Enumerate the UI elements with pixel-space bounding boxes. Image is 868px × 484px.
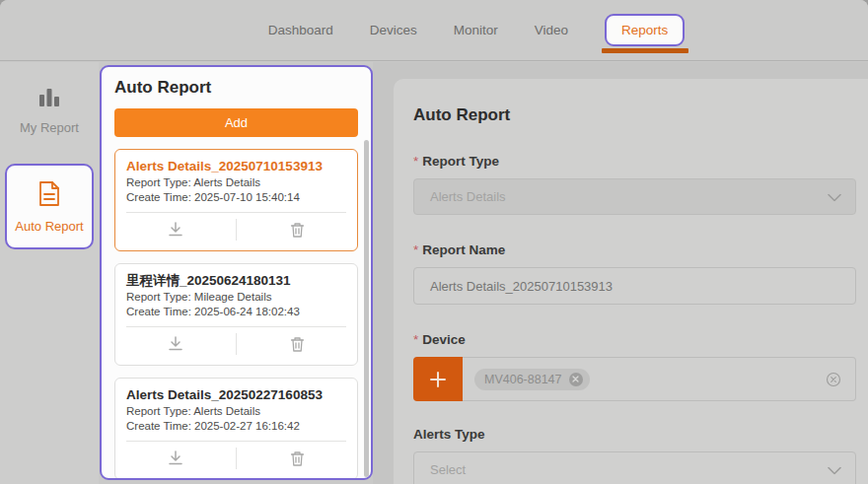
- auto-report-list-panel: Auto Report Add Alerts Details_202507101…: [100, 65, 373, 480]
- field-report-type: *Report Type Alerts Details: [413, 153, 856, 215]
- nav-tab-video[interactable]: Video: [535, 23, 568, 37]
- report-card-create-time: Create Time: 2025-07-10 15:40:14: [126, 190, 346, 205]
- nav-tab-devices[interactable]: Devices: [370, 23, 417, 37]
- alerts-type-select[interactable]: Select: [413, 451, 856, 484]
- report-sidebar: My Report Auto Report: [0, 62, 99, 484]
- download-report-button[interactable]: [115, 213, 236, 245]
- auto-report-form: Auto Report *Report Type Alerts Details …: [394, 79, 868, 484]
- nav-tab-reports-label: Reports: [621, 23, 668, 37]
- bar-chart-icon: [36, 88, 62, 110]
- report-card-title: 里程详情_20250624180131: [126, 272, 346, 290]
- trash-icon: [290, 450, 305, 466]
- report-card[interactable]: Alerts Details_20250710153913 Report Typ…: [114, 149, 358, 251]
- report-card-title: Alerts Details_20250227160853: [126, 386, 346, 404]
- nav-tabs: Dashboard Devices Monitor Video Reports: [42, 0, 868, 60]
- report-type-label: *Report Type: [413, 153, 856, 170]
- field-device: *Device MV406-88147: [413, 331, 856, 401]
- report-type-select[interactable]: Alerts Details: [413, 178, 856, 215]
- trash-icon: [290, 336, 305, 352]
- document-icon: [37, 180, 61, 211]
- plus-icon: [429, 371, 447, 388]
- alerts-type-placeholder: Select: [430, 462, 466, 477]
- report-name-label: *Report Name: [413, 242, 856, 258]
- delete-report-button[interactable]: [237, 213, 357, 245]
- download-report-button[interactable]: [115, 327, 236, 360]
- panel-title: Auto Report: [114, 77, 358, 99]
- chevron-down-icon: [828, 462, 841, 477]
- form-title: Auto Report: [413, 104, 856, 126]
- active-tab-underline: [602, 48, 688, 53]
- report-card[interactable]: Alerts Details_20250227160853 Report Typ…: [114, 378, 358, 480]
- device-tag: MV406-88147: [474, 369, 590, 390]
- app-window: Dashboard Devices Monitor Video Reports …: [0, 0, 868, 484]
- report-type-value: Alerts Details: [430, 189, 506, 204]
- download-icon: [168, 222, 183, 237]
- report-card-type: Report Type: Alerts Details: [126, 404, 346, 419]
- sidebar-item-auto-report-label: Auto Report: [15, 219, 83, 234]
- required-marker: *: [413, 154, 418, 169]
- add-report-button[interactable]: Add: [114, 108, 358, 137]
- device-label: *Device: [413, 331, 856, 348]
- required-marker: *: [413, 332, 418, 347]
- add-device-button[interactable]: [413, 357, 463, 401]
- report-card-type: Report Type: Alerts Details: [126, 175, 346, 190]
- top-navigation-bar: Dashboard Devices Monitor Video Reports: [0, 0, 868, 61]
- trash-icon: [290, 222, 305, 238]
- sidebar-item-auto-report[interactable]: Auto Report: [5, 164, 94, 249]
- field-alerts-type: Alerts Type Select: [413, 426, 856, 484]
- sidebar-item-my-report[interactable]: My Report: [0, 88, 99, 135]
- download-report-button[interactable]: [115, 442, 236, 474]
- nav-tab-dashboard[interactable]: Dashboard: [268, 23, 333, 37]
- alerts-type-label: Alerts Type: [413, 426, 856, 443]
- report-name-value: Alerts Details_20250710153913: [430, 279, 613, 294]
- delete-report-button[interactable]: [237, 327, 357, 360]
- device-select-field[interactable]: MV406-88147: [463, 357, 856, 401]
- download-icon: [168, 336, 183, 351]
- download-icon: [168, 450, 183, 465]
- main-content: Auto Report *Report Type Alerts Details …: [373, 62, 868, 484]
- required-marker: *: [413, 242, 418, 257]
- field-report-name: *Report Name Alerts Details_202507101539…: [413, 242, 856, 305]
- report-card-create-time: Create Time: 2025-06-24 18:02:43: [126, 305, 346, 319]
- report-card[interactable]: 里程详情_20250624180131 Report Type: Mileage…: [114, 263, 358, 366]
- report-card-title: Alerts Details_20250710153913: [126, 158, 346, 175]
- delete-report-button[interactable]: [237, 442, 357, 474]
- remove-device-tag-icon[interactable]: [569, 373, 583, 386]
- nav-tab-monitor[interactable]: Monitor: [454, 23, 498, 37]
- sidebar-item-my-report-label: My Report: [20, 120, 79, 135]
- clear-device-icon[interactable]: [826, 372, 841, 387]
- nav-tab-reports[interactable]: Reports: [605, 14, 685, 46]
- chevron-down-icon: [828, 189, 841, 204]
- report-name-input[interactable]: Alerts Details_20250710153913: [413, 267, 856, 305]
- list-scrollbar-thumb[interactable]: [364, 140, 369, 477]
- report-card-create-time: Create Time: 2025-02-27 16:16:42: [126, 419, 346, 434]
- report-card-type: Report Type: Mileage Details: [126, 290, 346, 305]
- device-tag-label: MV406-88147: [484, 373, 562, 386]
